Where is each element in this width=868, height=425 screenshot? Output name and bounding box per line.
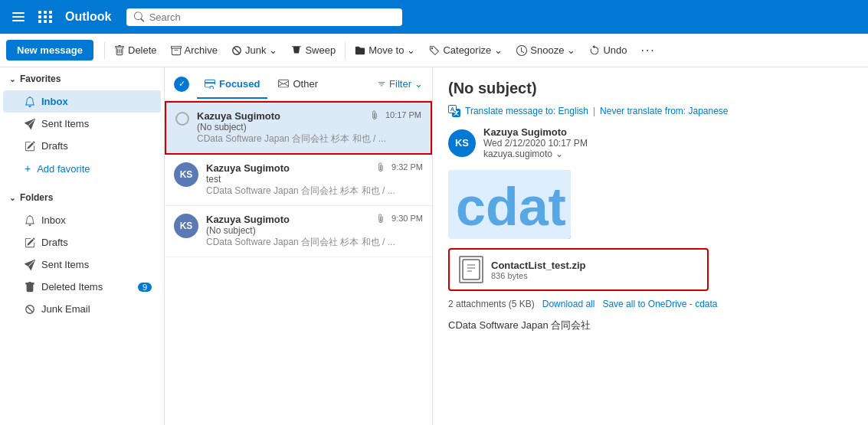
attachment-icon-1 xyxy=(370,110,379,119)
tab-other[interactable]: Other xyxy=(270,70,326,99)
toolbar: New message Delete Archive Junk ⌄ Sweep … xyxy=(0,34,868,67)
archive-label: Archive xyxy=(185,44,218,56)
folders-section[interactable]: ⌄ Folders xyxy=(0,186,164,209)
move-to-button[interactable]: Move to ⌄ xyxy=(349,41,421,60)
tag-icon xyxy=(429,45,440,56)
more-icon: ··· xyxy=(640,44,655,57)
sidebar-item-inbox-fav[interactable]: Inbox xyxy=(3,90,161,113)
categorize-dropdown-icon: ⌄ xyxy=(494,44,503,56)
archive-icon xyxy=(171,45,182,56)
message-item-3[interactable]: KS Kazuya Sugimoto 9:30 PM (No subject) … xyxy=(165,206,432,257)
bell-icon-folder xyxy=(25,215,35,226)
filter-chevron-icon: ⌄ xyxy=(414,78,423,90)
attachment-file-icon xyxy=(459,256,483,283)
sidebar-item-inbox-folder[interactable]: Inbox xyxy=(3,209,161,231)
sidebar-item-add-favorite[interactable]: + Add favorite xyxy=(3,157,161,180)
message-time-3: 9:30 PM xyxy=(391,214,423,223)
junk-button[interactable]: Junk ⌄ xyxy=(225,41,283,60)
filter-button[interactable]: Filter ⌄ xyxy=(377,78,423,90)
attachment-size: 836 bytes xyxy=(491,271,586,280)
apps-grid-icon[interactable] xyxy=(38,11,53,23)
attachment-icon-3 xyxy=(376,214,385,223)
sidebar-sent-fav-label: Sent Items xyxy=(41,118,89,129)
more-button[interactable]: ··· xyxy=(634,40,661,61)
message-preview-1: CData Software Japan 合同会社 杉本 和也 / ... xyxy=(197,132,421,145)
select-all-checkbox[interactable] xyxy=(174,77,189,92)
delete-label: Delete xyxy=(128,44,157,56)
tab-focused[interactable]: Focused xyxy=(197,70,267,99)
reading-pane: (No subject) Translate message to: Engli… xyxy=(433,67,868,425)
archive-button[interactable]: Archive xyxy=(165,41,224,60)
trash-icon-folder xyxy=(25,282,35,293)
toolbar-divider-1 xyxy=(104,42,105,59)
translate-bar: Translate message to: English | Never tr… xyxy=(448,105,853,117)
sidebar-junk-folder-label: Junk Email xyxy=(41,303,90,315)
translate-link[interactable]: Translate message to: English xyxy=(465,106,588,116)
sender-name: Kazuya Sugimoto xyxy=(483,126,588,138)
sidebar-item-sent-fav[interactable]: Sent Items xyxy=(3,113,161,135)
edit-icon-folder xyxy=(25,237,35,248)
sweep-icon xyxy=(291,45,302,56)
sidebar-drafts-fav-label: Drafts xyxy=(41,140,68,152)
message-list: Kazuya Sugimoto 10:17 PM (No subject) CD… xyxy=(165,101,432,425)
sidebar-item-drafts-folder[interactable]: Drafts xyxy=(3,231,161,253)
top-bar: Outlook xyxy=(0,0,868,34)
junk-icon-folder xyxy=(25,304,35,315)
sidebar-item-junk-folder[interactable]: Junk Email xyxy=(3,298,161,320)
bell-icon xyxy=(25,96,35,107)
save-to-onedrive-link[interactable]: Save all to OneDrive - cdata xyxy=(602,299,717,309)
download-all-link[interactable]: Download all xyxy=(542,299,595,309)
delete-button[interactable]: Delete xyxy=(108,41,163,60)
sender-avatar: KS xyxy=(448,129,476,157)
other-tab-label: Other xyxy=(293,78,318,90)
sidebar-item-sent-folder[interactable]: Sent Items xyxy=(3,253,161,276)
favorites-section[interactable]: ⌄ Favorites xyxy=(0,67,164,90)
translate-separator: | xyxy=(593,106,595,116)
search-bar[interactable] xyxy=(126,8,402,26)
focused-tab-icon xyxy=(205,78,215,89)
edit-icon xyxy=(25,141,35,152)
clock-icon xyxy=(516,45,527,56)
message-subject-3: (No subject) xyxy=(206,225,423,236)
attachments-count: 2 attachments (5 KB) xyxy=(448,299,535,309)
never-translate-link[interactable]: Never translate from: Japanese xyxy=(600,106,728,116)
snooze-button[interactable]: Snooze ⌄ xyxy=(510,41,581,60)
hamburger-menu[interactable] xyxy=(8,8,29,26)
message-item-1[interactable]: Kazuya Sugimoto 10:17 PM (No subject) CD… xyxy=(165,101,432,155)
attachment-name: ContactList_test.zip xyxy=(491,260,586,271)
deleted-badge: 9 xyxy=(138,283,152,292)
message-item-2[interactable]: KS Kazuya Sugimoto 9:32 PM test CData So… xyxy=(165,155,432,206)
avatar-2: KS xyxy=(174,162,198,187)
send-icon xyxy=(25,119,35,129)
sender-date: Wed 2/12/2020 10:17 PM xyxy=(483,138,588,149)
junk-label: Junk xyxy=(245,44,266,56)
attachment-box[interactable]: ContactList_test.zip 836 bytes xyxy=(448,248,709,291)
avatar-3: KS xyxy=(174,214,198,238)
sidebar-item-deleted-folder[interactable]: Deleted Items 9 xyxy=(3,276,161,298)
message-content-1: Kazuya Sugimoto 10:17 PM (No subject) CD… xyxy=(197,110,421,145)
sender-email-dropdown-icon[interactable]: ⌄ xyxy=(555,149,563,159)
sender-row: KS Kazuya Sugimoto Wed 2/12/2020 10:17 P… xyxy=(448,126,853,159)
sidebar-sent-folder-label: Sent Items xyxy=(41,259,89,270)
tabs-bar: Focused Other Filter ⌄ xyxy=(165,67,432,101)
send-icon-folder xyxy=(25,260,35,270)
sidebar-deleted-folder-label: Deleted Items xyxy=(41,281,103,293)
svg-rect-6 xyxy=(463,260,480,280)
zip-file-icon xyxy=(462,259,480,280)
attachments-meta-row: 2 attachments (5 KB) Download all Save a… xyxy=(448,299,853,309)
filter-label: Filter xyxy=(389,78,411,90)
sidebar-item-drafts-fav[interactable]: Drafts xyxy=(3,135,161,157)
sidebar-drafts-folder-label: Drafts xyxy=(41,237,68,248)
new-message-button[interactable]: New message xyxy=(6,40,93,60)
junk-dropdown-icon: ⌄ xyxy=(269,44,277,56)
undo-button[interactable]: Undo xyxy=(583,41,633,60)
message-radio-1[interactable] xyxy=(175,112,189,126)
email-body: CData Software Japan 合同会社 xyxy=(448,319,853,332)
sender-info: Kazuya Sugimoto Wed 2/12/2020 10:17 PM k… xyxy=(483,126,588,159)
sweep-button[interactable]: Sweep xyxy=(285,41,342,60)
search-input[interactable] xyxy=(149,11,395,23)
attachment-info: ContactList_test.zip 836 bytes xyxy=(491,260,586,280)
categorize-button[interactable]: Categorize ⌄ xyxy=(423,41,509,60)
message-list-panel: Focused Other Filter ⌄ Kazuya Sugimoto xyxy=(165,67,433,425)
reading-pane-title: (No subject) xyxy=(448,80,853,97)
